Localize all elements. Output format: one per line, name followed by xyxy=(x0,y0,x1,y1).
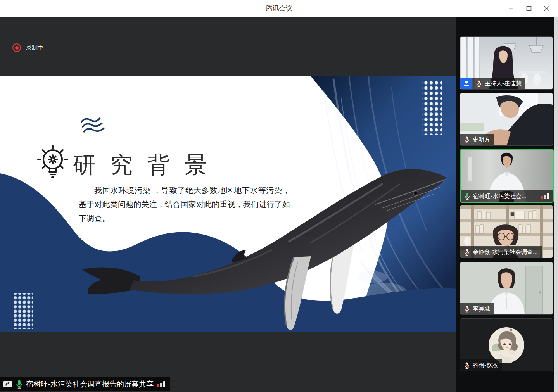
recording-indicator: 录制中 xyxy=(12,43,43,52)
host-badge-icon xyxy=(460,78,472,89)
dots-pattern-bottom-left xyxy=(14,293,33,329)
window-controls xyxy=(502,0,556,17)
participants-sidebar: 主持人-崔佳慧 史明方 xyxy=(456,17,558,392)
participant-tile[interactable]: 余静薇-水污染社会调查... xyxy=(460,205,553,258)
mic-muted-icon xyxy=(464,362,470,369)
close-icon xyxy=(544,6,549,11)
participant-tile-active-speaker[interactable]: 宿树旺-水污染社会... xyxy=(460,149,554,203)
slide-body-text: 我国水环境污染 ，导致了绝大多数地区地下水等污染，基于对此类问题的关注，结合国家… xyxy=(79,183,290,225)
mic-on-icon xyxy=(464,193,470,200)
recording-icon xyxy=(12,43,21,52)
participant-name: 宿树旺-水污染社会... xyxy=(473,193,527,200)
screen-share-banner: 宿树旺-水污染社会调查报告的屏幕共享 xyxy=(0,377,170,391)
wave-icon xyxy=(79,115,107,135)
mic-muted-icon xyxy=(476,80,482,87)
window-titlebar: 腾讯会议 xyxy=(0,0,558,17)
window-title: 腾讯会议 xyxy=(0,0,558,17)
minimize-button[interactable] xyxy=(502,0,520,17)
participant-name: 余静薇-水污染社会调查... xyxy=(473,249,538,256)
maximize-icon xyxy=(526,6,532,11)
participant-tile-host[interactable]: 主持人-崔佳慧 xyxy=(460,36,553,90)
recording-label: 录制中 xyxy=(26,44,43,52)
participant-name: 史明方 xyxy=(473,136,490,143)
screen-share-label: 宿树旺-水污染社会调查报告的屏幕共享 xyxy=(26,379,154,389)
participants-scrollbar[interactable] xyxy=(554,17,558,392)
close-button[interactable] xyxy=(538,0,556,17)
mic-muted-icon xyxy=(464,305,470,313)
dots-pattern-top-right xyxy=(422,79,442,135)
slide-title: 研究背景 xyxy=(73,150,222,180)
screen-share-icon xyxy=(3,380,12,389)
network-signal-icon xyxy=(541,193,549,199)
lightbulb-gear-icon xyxy=(35,144,71,180)
presentation-slide: 研究背景 我国水环境污染 ，导致了绝大多数地区地下水等污染，基于对此类问题的关注… xyxy=(0,76,456,332)
shared-screen-area: 录制中 xyxy=(0,17,456,392)
participant-name: 科创-赵杰 xyxy=(473,362,498,369)
participant-tile[interactable]: 李昊淼 xyxy=(460,262,553,315)
participant-tile-camera-off[interactable]: 科创-赵杰 xyxy=(460,318,553,371)
mic-on-icon xyxy=(16,380,22,389)
network-signal-icon xyxy=(157,381,165,387)
participant-name: 李昊淼 xyxy=(473,305,490,313)
participant-name: 主持人-崔佳慧 xyxy=(485,80,522,87)
participant-tile[interactable]: 史明方 xyxy=(460,93,553,146)
maximize-button[interactable] xyxy=(520,0,538,17)
minimize-icon xyxy=(508,6,514,11)
mic-muted-icon xyxy=(464,136,470,143)
mic-muted-icon xyxy=(464,249,470,256)
